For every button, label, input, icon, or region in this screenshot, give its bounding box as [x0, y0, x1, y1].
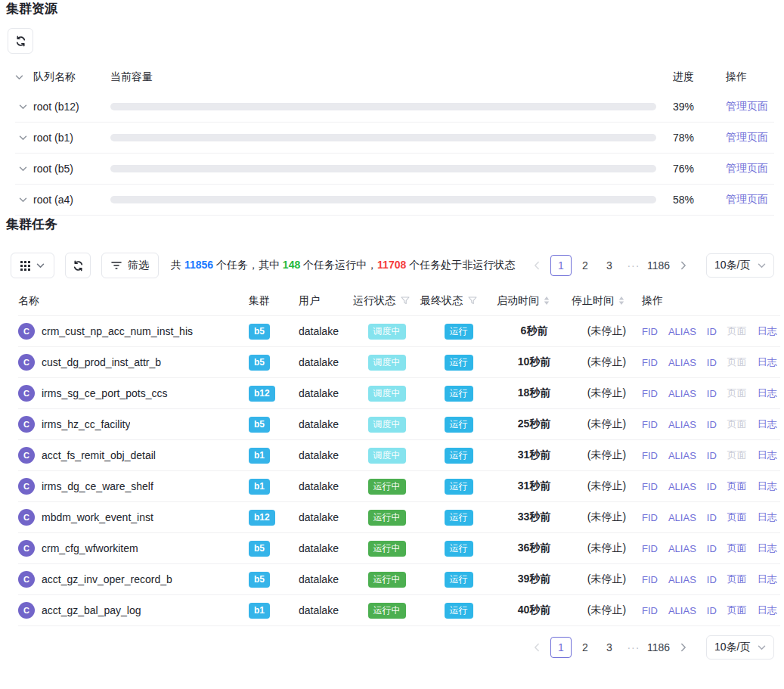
op-log-link[interactable]: 日志 [758, 448, 777, 462]
op-page-link[interactable]: 页面 [727, 480, 747, 493]
page-size-select[interactable]: 10条/页 [706, 635, 774, 660]
op-fid-link[interactable]: FID [642, 326, 658, 337]
task-table-header: 名称 集群 用户 运行状态 最终状态 启动时间 [18, 286, 780, 316]
tasks-refresh-button[interactable] [65, 253, 91, 278]
op-id-link[interactable]: ID [707, 543, 717, 554]
op-id-link[interactable]: ID [707, 388, 717, 399]
op-alias-link[interactable]: ALIAS [668, 481, 696, 492]
manage-page-link[interactable]: 管理页面 [726, 162, 768, 174]
run-status-badge: 调度中 [368, 448, 406, 464]
manage-page-link[interactable]: 管理页面 [726, 131, 768, 143]
tasks-title: 集群任务 [6, 216, 774, 233]
op-page-link[interactable]: 页面 [727, 573, 747, 586]
ops-header: 操作 [642, 294, 780, 308]
queue-expand-chevron-icon[interactable] [19, 135, 27, 141]
op-fid-link[interactable]: FID [642, 357, 658, 368]
next-page-button[interactable] [673, 255, 694, 276]
op-fid-link[interactable]: FID [642, 605, 658, 616]
queue-expand-chevron-icon[interactable] [19, 104, 27, 110]
op-fid-link[interactable]: FID [642, 419, 658, 430]
final-status-filter-funnel-icon[interactable] [468, 296, 477, 305]
stop-time: (未停止) [572, 480, 642, 493]
queue-name: root (b12) [33, 101, 110, 113]
task-name: cust_dg_prod_inst_attr_b [42, 356, 161, 368]
op-page-link: 页面 [727, 417, 747, 431]
op-alias-link[interactable]: ALIAS [668, 512, 696, 523]
op-fid-link[interactable]: FID [642, 388, 658, 399]
op-page-link[interactable]: 页面 [727, 511, 747, 524]
op-id-link[interactable]: ID [707, 450, 717, 461]
op-fid-link[interactable]: FID [642, 574, 658, 585]
op-id-link[interactable]: ID [707, 605, 717, 616]
page-size-select[interactable]: 10条/页 [706, 253, 774, 278]
queue-row: root (b1) 78% 管理页面 [15, 123, 774, 154]
next-page-button[interactable] [673, 637, 694, 658]
prev-page-button [526, 255, 547, 276]
op-alias-link[interactable]: ALIAS [668, 543, 696, 554]
page-button-2[interactable]: 2 [575, 637, 596, 658]
op-alias-link[interactable]: ALIAS [668, 357, 696, 368]
final-status-badge: 运行 [445, 541, 473, 557]
task-user: datalake [299, 511, 353, 523]
stop-time-sort-carets-icon[interactable] [618, 296, 624, 305]
task-user: datalake [299, 604, 353, 616]
op-alias-link[interactable]: ALIAS [668, 326, 696, 337]
final-status-badge: 运行 [445, 386, 473, 402]
op-alias-link[interactable]: ALIAS [668, 388, 696, 399]
task-name: crm_cfg_wfworkitem [42, 542, 138, 554]
op-page-link[interactable]: 页面 [727, 604, 747, 617]
task-user: datalake [299, 387, 353, 399]
op-log-link[interactable]: 日志 [758, 542, 777, 555]
op-log-link[interactable]: 日志 [758, 573, 777, 586]
final-status-header: 最终状态 [420, 294, 463, 308]
filter-button[interactable]: 筛选 [101, 253, 159, 278]
op-id-link[interactable]: ID [707, 357, 717, 368]
run-status-filter-funnel-icon[interactable] [401, 296, 410, 305]
op-id-link[interactable]: ID [707, 512, 717, 523]
op-log-link[interactable]: 日志 [758, 355, 777, 369]
start-time: 33秒前 [497, 511, 572, 524]
manage-page-link[interactable]: 管理页面 [726, 193, 768, 205]
op-fid-link[interactable]: FID [642, 450, 658, 461]
op-id-link[interactable]: ID [707, 326, 717, 337]
op-log-link[interactable]: 日志 [758, 511, 777, 524]
op-id-link[interactable]: ID [707, 481, 717, 492]
column-settings-button[interactable] [11, 253, 54, 278]
op-id-link[interactable]: ID [707, 419, 717, 430]
page-button-3[interactable]: 3 [599, 637, 620, 658]
op-alias-link[interactable]: ALIAS [668, 574, 696, 585]
op-log-link[interactable]: 日志 [758, 480, 777, 493]
user-header: 用户 [299, 294, 353, 308]
task-row: C crm_cust_np_acc_num_inst_his b5 datala… [18, 316, 780, 347]
page-button-1186[interactable]: 1186 [647, 637, 670, 658]
op-alias-link[interactable]: ALIAS [668, 605, 696, 616]
op-fid-link[interactable]: FID [642, 481, 658, 492]
op-fid-link[interactable]: FID [642, 543, 658, 554]
page-button-3[interactable]: 3 [599, 255, 620, 276]
start-time-sort-carets-icon[interactable] [544, 296, 550, 305]
action-header: 操作 [726, 70, 747, 84]
page-button-1186[interactable]: 1186 [647, 255, 670, 276]
page-button-1[interactable]: 1 [550, 637, 572, 658]
op-page-link[interactable]: 页面 [727, 542, 747, 555]
task-row: C mbdm_work_event_inst b12 datalake 运行中 … [18, 502, 780, 533]
stop-time: (未停止) [572, 448, 642, 462]
page-button-2[interactable]: 2 [575, 255, 596, 276]
op-alias-link[interactable]: ALIAS [668, 450, 696, 461]
total-task-count: 11856 [184, 259, 213, 271]
start-time: 39秒前 [497, 573, 572, 586]
collapse-all-chevron-icon[interactable] [15, 75, 23, 80]
op-log-link[interactable]: 日志 [758, 324, 777, 338]
capacity-progressbar [110, 134, 656, 141]
queue-expand-chevron-icon[interactable] [19, 166, 27, 172]
op-id-link[interactable]: ID [707, 574, 717, 585]
page-button-1[interactable]: 1 [550, 255, 572, 276]
op-log-link[interactable]: 日志 [758, 417, 777, 431]
manage-page-link[interactable]: 管理页面 [726, 100, 768, 112]
op-log-link[interactable]: 日志 [758, 604, 777, 617]
op-fid-link[interactable]: FID [642, 512, 658, 523]
op-alias-link[interactable]: ALIAS [668, 419, 696, 430]
op-log-link[interactable]: 日志 [758, 386, 777, 400]
queue-expand-chevron-icon[interactable] [19, 197, 27, 203]
resources-refresh-button[interactable] [8, 28, 33, 54]
